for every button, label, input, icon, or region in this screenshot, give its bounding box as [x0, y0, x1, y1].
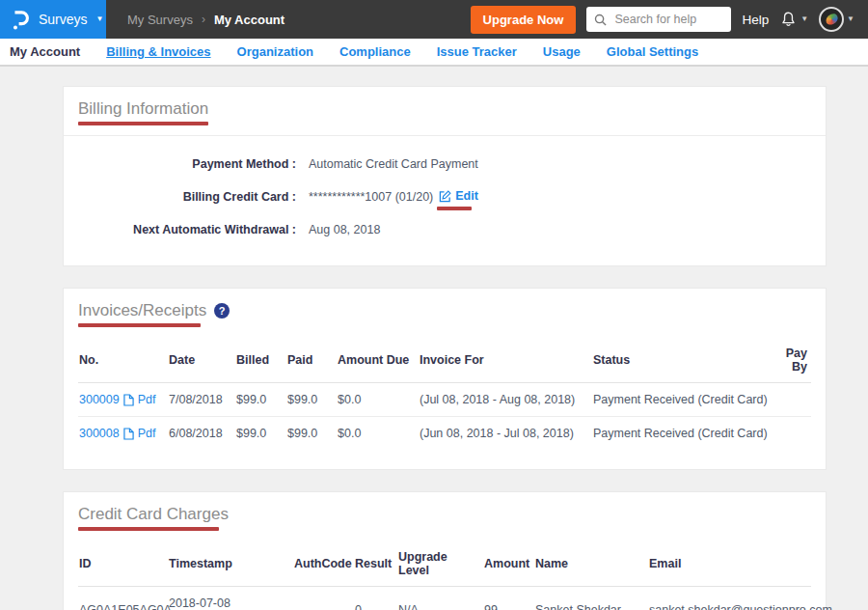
next-withdrawal-value: Aug 08, 2018	[309, 223, 380, 236]
upgrade-now-button[interactable]: Upgrade Now	[471, 6, 577, 34]
edit-link-label[interactable]: Edit	[455, 189, 478, 203]
tab-global-settings[interactable]: Global Settings	[607, 44, 698, 59]
chevron-down-icon: ▼	[96, 15, 104, 23]
invoice-for: (Jul 08, 2018 - Aug 08, 2018)	[416, 383, 589, 417]
invoice-number-link[interactable]: 300008	[79, 427, 120, 440]
col-amount-due: Amount Due	[334, 337, 416, 383]
invoice-pay-by	[773, 417, 811, 451]
edit-icon	[439, 190, 451, 203]
bell-icon	[779, 10, 798, 29]
edit-credit-card-link[interactable]: Edit	[439, 189, 478, 205]
charge-name: Sanket Shekdar	[531, 587, 645, 610]
col-upgrade-level: Upgrade Level	[394, 541, 480, 587]
col-email: Email	[645, 541, 811, 587]
payment-method-label: Payment Method :	[78, 157, 296, 171]
col-timestamp: Timestamp	[165, 541, 290, 587]
tab-usage[interactable]: Usage	[543, 44, 581, 59]
payment-method-value: Automatic Credit Card Payment	[309, 157, 478, 171]
breadcrumb-my-surveys[interactable]: My Surveys	[127, 13, 193, 27]
chevron-down-icon: ▼	[800, 15, 808, 23]
col-date: Date	[165, 337, 232, 383]
charge-id: AG0A1E05AG0A	[78, 587, 165, 610]
account-menu[interactable]: ▼	[819, 7, 854, 32]
col-pay-by: Pay By	[773, 337, 811, 383]
help-link[interactable]: Help	[742, 13, 769, 27]
breadcrumb-separator-icon: ›	[202, 13, 205, 26]
col-id: ID	[78, 541, 165, 587]
pdf-icon	[123, 428, 134, 440]
invoice-paid: $99.0	[284, 417, 334, 451]
product-menu-label: Surveys	[39, 12, 88, 27]
col-result: Result	[351, 541, 394, 587]
tab-my-account[interactable]: My Account	[10, 44, 80, 59]
table-row: 300008 Pdf 6/08/2018	[78, 417, 811, 451]
invoice-pay-by	[773, 383, 811, 417]
invoice-status: Payment Received (Credit Card)	[589, 383, 773, 417]
questionpro-logo-icon[interactable]	[12, 9, 30, 31]
account-nav: My Account Billing & Invoices Organizati…	[0, 39, 868, 67]
billing-credit-card-value: ************1007 (01/20)	[309, 190, 433, 204]
charge-email: sanket.shekdar@questionpro.com	[645, 587, 811, 610]
col-name: Name	[531, 541, 645, 587]
invoice-billed: $99.0	[232, 383, 284, 417]
pdf-link[interactable]: Pdf	[138, 393, 156, 406]
charge-timestamp: 2018-07-08 01:04:04.0	[165, 587, 290, 610]
annotation-underline	[437, 207, 472, 210]
invoice-date: 7/08/2018	[165, 383, 232, 417]
pdf-link[interactable]: Pdf	[138, 427, 156, 440]
billing-information-card: Billing Information Payment Method : Aut…	[63, 86, 827, 266]
invoices-receipts-card: Invoices/Receipts ? No. Date Billed Paid	[63, 288, 827, 470]
top-bar: Surveys ▼ My Surveys › My Account Upgrad…	[0, 0, 868, 39]
breadcrumb: My Surveys › My Account	[127, 13, 285, 27]
payment-method-row: Payment Method : Automatic Credit Card P…	[78, 148, 811, 180]
pdf-icon	[123, 394, 134, 406]
billing-information-title: Billing Information	[78, 99, 208, 119]
col-amount: Amount	[480, 541, 531, 587]
billing-credit-card-label: Billing Credit Card :	[78, 190, 296, 204]
invoice-amount-due: $0.0	[334, 383, 416, 417]
annotation-underline	[78, 527, 219, 531]
col-invoice-for: Invoice For	[416, 337, 589, 383]
invoice-billed: $99.0	[232, 417, 284, 451]
tab-issue-tracker[interactable]: Issue Tracker	[437, 44, 517, 59]
topbar-actions: Upgrade Now Help ▼	[471, 6, 868, 34]
main-content: Billing Information Payment Method : Aut…	[0, 67, 868, 610]
tab-billing-invoices[interactable]: Billing & Invoices	[106, 44, 210, 59]
col-no: No.	[78, 337, 165, 383]
search-input[interactable]	[612, 12, 723, 27]
invoice-amount-due: $0.0	[334, 417, 416, 451]
product-menu[interactable]: Surveys ▼	[0, 0, 106, 39]
help-search-box[interactable]	[586, 7, 731, 32]
annotation-underline	[78, 323, 201, 327]
col-status: Status	[589, 337, 773, 383]
credit-card-charges-title: Credit Card Charges	[78, 505, 229, 524]
charge-amount: 99	[480, 587, 531, 610]
charges-table: ID Timestamp AuthCode Result Upgrade Lev…	[78, 541, 811, 610]
charges-header-row: ID Timestamp AuthCode Result Upgrade Lev…	[78, 541, 811, 587]
table-row: AG0A1E05AG0A 2018-07-08 01:04:04.0 0 N/A…	[78, 587, 811, 610]
notifications-menu[interactable]: ▼	[779, 10, 808, 29]
charge-upgrade-level: N/A	[394, 587, 480, 610]
invoice-status: Payment Received (Credit Card)	[589, 417, 773, 451]
annotation-underline	[78, 122, 208, 125]
table-row: 300009 Pdf 7/08/2018	[78, 383, 811, 417]
tab-compliance[interactable]: Compliance	[339, 44, 411, 59]
credit-card-charges-card: Credit Card Charges ID Timestamp AuthCod…	[63, 491, 827, 610]
search-icon	[594, 14, 607, 26]
help-icon[interactable]: ?	[214, 303, 230, 319]
invoice-paid: $99.0	[284, 383, 334, 417]
billing-credit-card-row: Billing Credit Card : ************1007 (…	[78, 180, 811, 213]
col-authcode: AuthCode	[290, 541, 351, 587]
invoice-date: 6/08/2018	[165, 417, 232, 451]
col-paid: Paid	[284, 337, 334, 383]
avatar	[819, 7, 844, 32]
invoices-table: No. Date Billed Paid Amount Due Invoice …	[78, 337, 811, 450]
tab-organization[interactable]: Organization	[237, 44, 313, 59]
invoice-number-link[interactable]: 300009	[79, 393, 120, 406]
invoice-for: (Jun 08, 2018 - Jul 08, 2018)	[416, 417, 589, 451]
charge-result: 0	[351, 587, 394, 610]
next-withdrawal-label: Next Automatic Withdrawal :	[78, 223, 296, 236]
col-billed: Billed	[232, 337, 284, 383]
invoices-receipts-title: Invoices/Receipts	[78, 301, 206, 320]
avatar-logo-icon	[824, 13, 839, 27]
